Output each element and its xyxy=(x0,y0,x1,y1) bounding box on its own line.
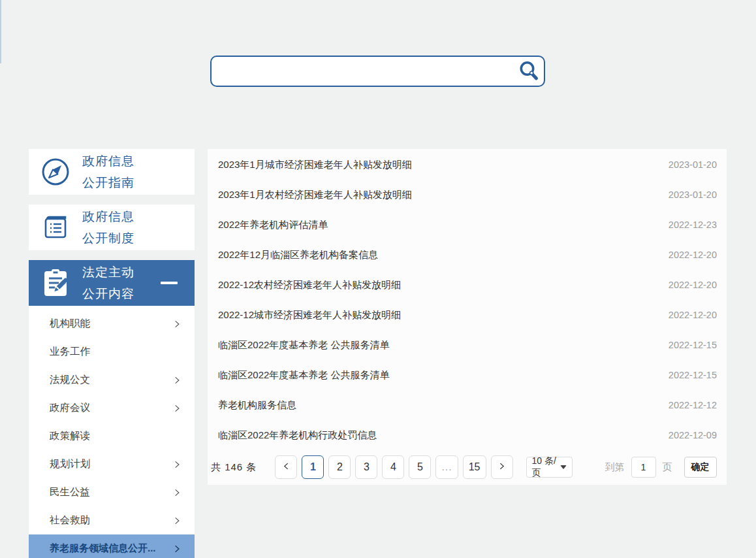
article-date: 2022-12-15 xyxy=(669,340,717,350)
submenu-label: 社会救助 xyxy=(50,514,90,527)
goto-suffix-label: 页 xyxy=(663,461,672,474)
left-edge-accent xyxy=(0,0,1,63)
submenu-label: 规划计划 xyxy=(50,457,90,471)
chevron-right-icon xyxy=(172,376,181,385)
card-label-line: 政府信息 xyxy=(82,206,134,227)
submenu-label: 机构职能 xyxy=(50,317,90,331)
submenu-label: 政策解读 xyxy=(50,429,90,443)
chevron-left-icon xyxy=(282,461,291,473)
page-button-4[interactable]: 4 xyxy=(382,455,404,479)
sidebar-submenu: 机构职能 业务工作 法规公文 政府会议 政策解读 规划计划 民生公益 社会救助 … xyxy=(29,306,195,558)
article-date: 2022-12-15 xyxy=(669,370,717,380)
goto-page-group: 到第 页 xyxy=(605,457,672,478)
article-date: 2022-12-20 xyxy=(669,310,717,320)
article-title[interactable]: 临淄区2022年度基本养老 公共服务清单 xyxy=(218,339,390,352)
submenu-label: 民生公益 xyxy=(50,485,90,499)
chevron-right-icon xyxy=(172,544,181,553)
article-title[interactable]: 2023年1月城市经济困难老年人补贴发放明细 xyxy=(218,159,412,171)
goto-prefix-label: 到第 xyxy=(605,461,625,474)
submenu-label: 养老服务领域信息公开... xyxy=(50,542,156,555)
chevron-right-icon xyxy=(172,516,181,525)
rules-book-icon xyxy=(29,212,82,242)
page-button-1[interactable]: 1 xyxy=(302,455,324,479)
article-date: 2023-01-20 xyxy=(669,189,717,200)
card-label-line: 公开内容 xyxy=(82,283,134,304)
article-date: 2022-12-09 xyxy=(669,430,717,440)
page-button-3[interactable]: 3 xyxy=(355,455,377,479)
caret-down-icon xyxy=(560,465,567,469)
article-title[interactable]: 临淄区2022年养老机构行政处罚信息 xyxy=(218,429,377,442)
sidebar-item-regulations[interactable]: 法规公文 xyxy=(29,366,195,394)
sidebar-item-gov-meetings[interactable]: 政府会议 xyxy=(29,394,195,422)
article-date: 2022-12-20 xyxy=(669,280,717,290)
article-date: 2022-12-23 xyxy=(669,220,717,230)
sidebar-item-livelihood[interactable]: 民生公益 xyxy=(29,478,195,506)
search-input[interactable] xyxy=(212,57,514,86)
page-size-select[interactable]: 10 条/页 xyxy=(526,457,573,478)
page-ellipsis-button[interactable]: ... xyxy=(435,455,458,479)
chevron-right-icon xyxy=(172,320,181,329)
list-item[interactable]: 2023年1月城市经济困难老年人补贴发放明细 2023-01-20 xyxy=(208,150,727,180)
list-item[interactable]: 临淄区2022年度基本养老 公共服务清单 2022-12-15 xyxy=(208,360,727,390)
sidebar-card-gov-info-guide[interactable]: 政府信息 公开指南 xyxy=(29,149,195,195)
sidebar-item-business-work[interactable]: 业务工作 xyxy=(29,338,195,366)
total-count-label: 共 146 条 xyxy=(211,461,257,474)
article-title[interactable]: 临淄区2022年度基本养老 公共服务清单 xyxy=(218,369,390,382)
search-icon xyxy=(518,60,539,83)
search-button[interactable] xyxy=(514,57,544,86)
clipboard-pencil-icon xyxy=(29,267,82,299)
collapse-minus-icon[interactable] xyxy=(161,282,178,284)
list-item[interactable]: 2022年12月临淄区养老机构备案信息 2022-12-20 xyxy=(208,240,727,270)
chevron-right-icon xyxy=(172,460,181,469)
article-date: 2023-01-20 xyxy=(669,159,717,170)
sidebar-item-policy-interpretation[interactable]: 政策解读 xyxy=(29,422,195,450)
content-panel: 2023年1月城市经济困难老年人补贴发放明细 2023-01-20 2023年1… xyxy=(208,149,727,485)
compass-icon xyxy=(29,156,82,188)
next-page-button[interactable] xyxy=(491,455,513,479)
page-button-2[interactable]: 2 xyxy=(328,455,351,479)
article-title[interactable]: 2022年养老机构评估清单 xyxy=(218,219,328,231)
goto-page-input[interactable] xyxy=(631,457,656,478)
sidebar-item-planning[interactable]: 规划计划 xyxy=(29,450,195,478)
chevron-right-icon xyxy=(172,404,181,413)
card-label-line: 政府信息 xyxy=(82,150,134,172)
prev-page-button[interactable] xyxy=(275,455,297,479)
sidebar-card-gov-info-rules[interactable]: 政府信息 公开制度 xyxy=(29,205,195,250)
submenu-label: 法规公文 xyxy=(50,373,90,387)
article-title[interactable]: 2022-12农村经济困难老年人补贴发放明细 xyxy=(218,279,401,291)
article-date: 2022-12-20 xyxy=(669,250,717,260)
submenu-label: 政府会议 xyxy=(50,401,90,415)
page-size-label: 10 条/页 xyxy=(532,455,560,479)
list-item[interactable]: 2023年1月农村经济困难老年人补贴发放明细 2023-01-20 xyxy=(208,180,727,210)
list-item[interactable]: 临淄区2022年度基本养老 公共服务清单 2022-12-15 xyxy=(208,330,727,360)
article-list: 2023年1月城市经济困难老年人补贴发放明细 2023-01-20 2023年1… xyxy=(208,149,727,450)
confirm-button[interactable]: 确定 xyxy=(684,457,717,478)
list-item[interactable]: 2022-12农村经济困难老年人补贴发放明细 2022-12-20 xyxy=(208,270,727,300)
sidebar-card-statutory-disclosure[interactable]: 法定主动 公开内容 xyxy=(29,260,195,306)
list-item[interactable]: 2022-12城市经济困难老年人补贴发放明细 2022-12-20 xyxy=(208,300,727,330)
search-bar xyxy=(210,56,545,87)
list-item[interactable]: 2022年养老机构评估清单 2022-12-23 xyxy=(208,210,727,240)
article-date: 2022-12-12 xyxy=(669,400,717,410)
card-label-line: 公开指南 xyxy=(82,172,134,193)
list-item[interactable]: 临淄区2022年养老机构行政处罚信息 2022-12-09 xyxy=(208,420,727,450)
sidebar-item-elderly-care-disclosure[interactable]: 养老服务领域信息公开... xyxy=(29,534,195,558)
card-label-line: 公开制度 xyxy=(82,227,134,249)
submenu-label: 业务工作 xyxy=(50,345,90,359)
sidebar-item-orgfunctions[interactable]: 机构职能 xyxy=(29,310,195,338)
chevron-right-icon xyxy=(172,488,181,497)
card-label-line: 法定主动 xyxy=(82,261,134,283)
sidebar-item-social-assistance[interactable]: 社会救助 xyxy=(29,506,195,534)
page-button-15[interactable]: 15 xyxy=(463,455,486,479)
article-title[interactable]: 2022-12城市经济困难老年人补贴发放明细 xyxy=(218,309,401,321)
pagination-bar: 共 146 条 1 2 3 4 5 ... 15 10 条/页 到第 页 确定 xyxy=(208,450,727,484)
article-title[interactable]: 养老机构服务信息 xyxy=(218,399,296,412)
article-title[interactable]: 2022年12月临淄区养老机构备案信息 xyxy=(218,249,378,261)
list-item[interactable]: 养老机构服务信息 2022-12-12 xyxy=(208,390,727,420)
chevron-right-icon xyxy=(497,461,506,473)
page-button-5[interactable]: 5 xyxy=(409,455,431,479)
article-title[interactable]: 2023年1月农村经济困难老年人补贴发放明细 xyxy=(218,189,412,201)
